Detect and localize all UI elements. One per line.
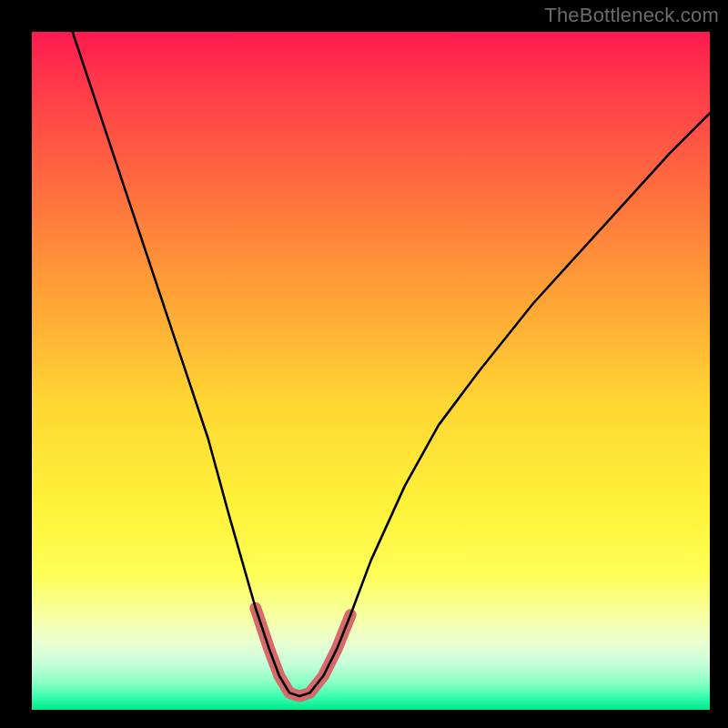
chart-frame: TheBottleneck.com <box>0 0 728 728</box>
bottleneck-curve-path <box>73 32 710 696</box>
watermark-text: TheBottleneck.com <box>544 4 719 27</box>
plot-area <box>32 32 710 710</box>
curve-svg <box>32 32 710 710</box>
